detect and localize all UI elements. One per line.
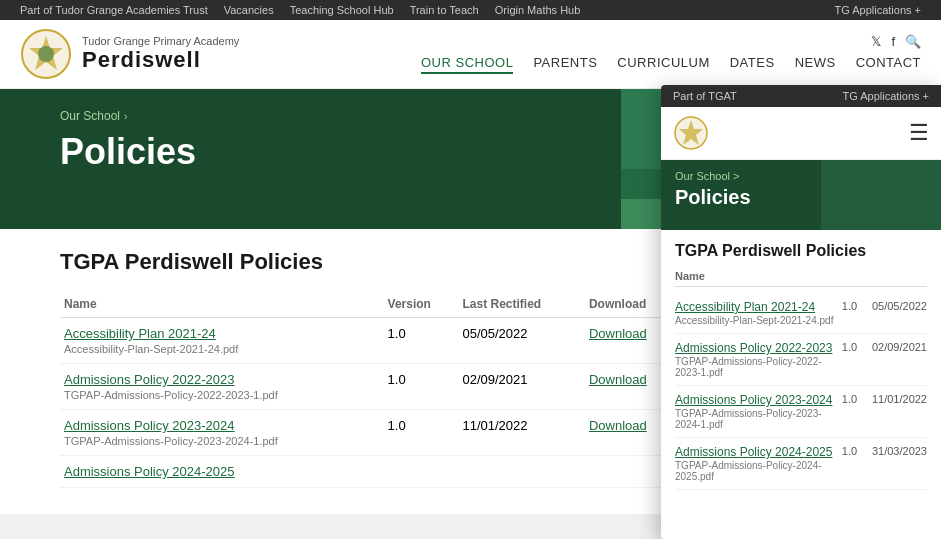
tg-applications-link[interactable]: TG Applications + xyxy=(834,4,921,16)
mobile-policy-info: Admissions Policy 2023-2024 TGPAP-Admiss… xyxy=(675,393,837,430)
content-area: TGPA Perdiswell Policies Name Version La… xyxy=(60,249,681,494)
policies-table: Name Version Last Rectified Download Acc… xyxy=(60,291,681,494)
logo-area[interactable]: Tudor Grange Primary Academy Perdiswell xyxy=(20,28,239,80)
policy-filename: Accessibility-Plan-Sept-2021-24.pdf xyxy=(64,343,380,355)
download-link[interactable]: Download xyxy=(589,418,647,433)
main-nav: OUR SCHOOL PARENTS CURRICULUM DATES NEWS… xyxy=(421,55,921,74)
table-row: Admissions Policy 2024-2025 xyxy=(60,456,681,488)
teaching-hub-link[interactable]: Teaching School Hub xyxy=(290,4,394,16)
table-row: Admissions Policy 2022-2023 TGPAP-Admiss… xyxy=(60,364,681,410)
mobile-policy-date: 05/05/2022 xyxy=(862,300,927,312)
mobile-policy-filename: Accessibility-Plan-Sept-2021-24.pdf xyxy=(675,315,837,326)
nav-parents[interactable]: PARENTS xyxy=(533,55,597,74)
mobile-policy-date: 31/03/2023 xyxy=(862,445,927,457)
header-right: 𝕏 f 🔍 OUR SCHOOL PARENTS CURRICULUM DATE… xyxy=(421,34,921,74)
mobile-table-header: Name xyxy=(675,270,927,287)
nav-curriculum[interactable]: CURRICULUM xyxy=(617,55,709,74)
school-name: Perdiswell xyxy=(82,47,239,73)
col-header-last-rectified: Last Rectified xyxy=(458,291,584,318)
mobile-header: ☰ xyxy=(661,107,941,160)
mobile-policy-row: Admissions Policy 2023-2024 TGPAP-Admiss… xyxy=(675,386,927,438)
mobile-section-title: TGPA Perdiswell Policies xyxy=(675,242,927,260)
mobile-tg-applications[interactable]: TG Applications + xyxy=(842,90,929,102)
mobile-policy-version: 1.0 xyxy=(837,300,862,312)
mobile-policy-filename: TGPAP-Admissions-Policy-2022-2023-1.pdf xyxy=(675,356,837,378)
site-header: Tudor Grange Primary Academy Perdiswell … xyxy=(0,20,941,89)
mobile-policy-name-link[interactable]: Admissions Policy 2023-2024 xyxy=(675,393,837,407)
mobile-policy-name-link[interactable]: Admissions Policy 2022-2023 xyxy=(675,341,837,355)
school-logo xyxy=(20,28,72,80)
nav-dates[interactable]: DATES xyxy=(730,55,775,74)
mobile-policy-filename: TGPAP-Admissions-Policy-2024-2025.pdf xyxy=(675,460,837,482)
table-row: Accessibility Plan 2021-24 Accessibility… xyxy=(60,318,681,364)
nav-our-school[interactable]: OUR SCHOOL xyxy=(421,55,513,74)
policy-name-link[interactable]: Admissions Policy 2023-2024 xyxy=(64,418,380,433)
mobile-policy-row: Accessibility Plan 2021-24 Accessibility… xyxy=(675,293,927,334)
top-bar-links: Part of Tudor Grange Academies Trust Vac… xyxy=(20,4,580,16)
mobile-main: TGPA Perdiswell Policies Name Accessibil… xyxy=(661,230,941,539)
svg-rect-24 xyxy=(821,160,941,230)
hero-content: Our School › Policies xyxy=(60,109,196,173)
top-bar: Part of Tudor Grange Academies Trust Vac… xyxy=(0,0,941,20)
social-icons: 𝕏 f 🔍 xyxy=(871,34,921,49)
policy-date: 02/09/2021 xyxy=(458,364,584,410)
policy-version: 1.0 xyxy=(384,364,459,410)
download-link[interactable]: Download xyxy=(589,326,647,341)
origin-maths-link[interactable]: Origin Maths Hub xyxy=(495,4,581,16)
policy-version xyxy=(384,456,459,488)
policy-name-link[interactable]: Accessibility Plan 2021-24 xyxy=(64,326,380,341)
facebook-icon[interactable]: f xyxy=(891,34,895,49)
mobile-policy-date: 02/09/2021 xyxy=(862,341,927,353)
table-row: Admissions Policy 2023-2024 TGPAP-Admiss… xyxy=(60,410,681,456)
logo-text: Tudor Grange Primary Academy Perdiswell xyxy=(82,35,239,73)
col-header-name: Name xyxy=(60,291,384,318)
mobile-policy-info: Admissions Policy 2022-2023 TGPAP-Admiss… xyxy=(675,341,837,378)
mobile-policy-info: Accessibility Plan 2021-24 Accessibility… xyxy=(675,300,837,326)
policy-filename: TGPAP-Admissions-Policy-2023-2024-1.pdf xyxy=(64,435,380,447)
mobile-policy-version: 1.0 xyxy=(837,341,862,353)
mobile-trust-name: Part of TGAT xyxy=(673,90,737,102)
policy-filename: TGPAP-Admissions-Policy-2022-2023-1.pdf xyxy=(64,389,380,401)
breadcrumb: Our School › xyxy=(60,109,196,123)
school-trust-name: Tudor Grange Primary Academy xyxy=(82,35,239,47)
breadcrumb-link[interactable]: Our School xyxy=(60,109,120,123)
policy-date xyxy=(458,456,584,488)
mobile-policy-filename: TGPAP-Admissions-Policy-2023-2024-1.pdf xyxy=(675,408,837,430)
breadcrumb-chevron-icon: › xyxy=(124,111,127,122)
mobile-overlay: Part of TGAT TG Applications + ☰ Our Sch… xyxy=(661,85,941,539)
policy-date: 11/01/2022 xyxy=(458,410,584,456)
vacancies-link[interactable]: Vacancies xyxy=(224,4,274,16)
mobile-policy-version: 1.0 xyxy=(837,393,862,405)
download-link[interactable]: Download xyxy=(589,372,647,387)
page-title: Policies xyxy=(60,131,196,173)
mobile-hero: Our School > Policies xyxy=(661,160,941,230)
policy-name-link[interactable]: Admissions Policy 2024-2025 xyxy=(64,464,380,479)
mobile-policy-date: 11/01/2022 xyxy=(862,393,927,405)
section-title: TGPA Perdiswell Policies xyxy=(60,249,681,275)
policy-date: 05/05/2022 xyxy=(458,318,584,364)
mobile-policy-name-link[interactable]: Admissions Policy 2024-2025 xyxy=(675,445,837,459)
col-header-version: Version xyxy=(384,291,459,318)
mobile-policy-name-link[interactable]: Accessibility Plan 2021-24 xyxy=(675,300,837,314)
search-icon[interactable]: 🔍 xyxy=(905,34,921,49)
policy-name-link[interactable]: Admissions Policy 2022-2023 xyxy=(64,372,380,387)
mobile-top-bar: Part of TGAT TG Applications + xyxy=(661,85,941,107)
mobile-policy-version: 1.0 xyxy=(837,445,862,457)
mobile-policy-row: Admissions Policy 2024-2025 TGPAP-Admiss… xyxy=(675,438,927,490)
mobile-policy-info: Admissions Policy 2024-2025 TGPAP-Admiss… xyxy=(675,445,837,482)
twitter-icon[interactable]: 𝕏 xyxy=(871,34,881,49)
nav-news[interactable]: NEWS xyxy=(795,55,836,74)
train-to-teach-link[interactable]: Train to Teach xyxy=(410,4,479,16)
policy-version: 1.0 xyxy=(384,410,459,456)
mobile-policy-row: Admissions Policy 2022-2023 TGPAP-Admiss… xyxy=(675,334,927,386)
hamburger-icon[interactable]: ☰ xyxy=(909,120,929,146)
policy-version: 1.0 xyxy=(384,318,459,364)
trust-name: Part of Tudor Grange Academies Trust xyxy=(20,4,208,16)
nav-contact[interactable]: CONTACT xyxy=(856,55,921,74)
svg-point-2 xyxy=(38,46,54,62)
mobile-hero-image xyxy=(821,160,941,230)
mobile-logo xyxy=(673,115,709,151)
